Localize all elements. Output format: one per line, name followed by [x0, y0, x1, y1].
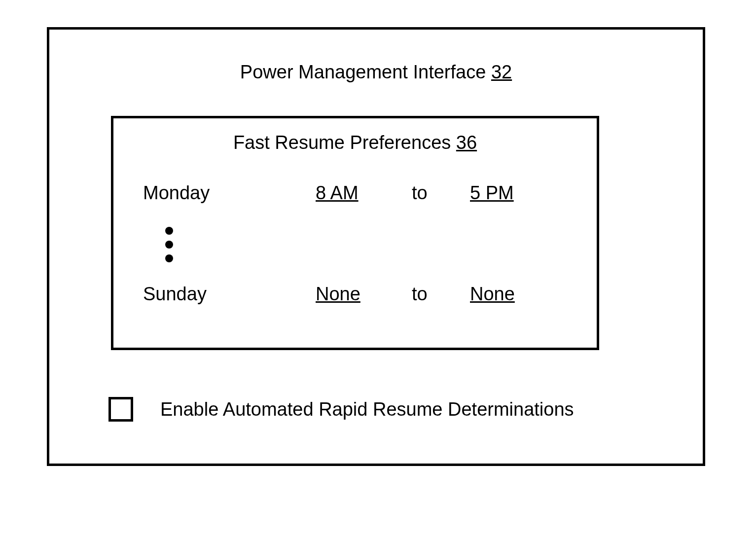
start-time-field[interactable]: 8 AM	[316, 182, 359, 204]
schedule-row: Sunday None to None	[113, 284, 597, 308]
enable-automated-checkbox-row: Enable Automated Rapid Resume Determinat…	[108, 397, 574, 422]
end-time-field[interactable]: None	[470, 284, 515, 305]
to-label: to	[412, 182, 428, 204]
preferences-title-text: Fast Resume Preferences	[233, 132, 451, 153]
preferences-title: Fast Resume Preferences 36	[113, 132, 597, 153]
day-label: Sunday	[143, 284, 207, 305]
panel-title-text: Power Management Interface	[240, 62, 486, 82]
end-time-field[interactable]: 5 PM	[470, 182, 514, 204]
panel-title: Power Management Interface 32	[49, 62, 703, 83]
preferences-title-ref: 36	[456, 132, 477, 153]
start-time-field[interactable]: None	[316, 284, 360, 305]
enable-automated-checkbox-label: Enable Automated Rapid Resume Determinat…	[160, 399, 574, 420]
to-label: to	[412, 284, 428, 305]
vertical-ellipsis-icon	[165, 221, 173, 268]
day-label: Monday	[143, 182, 210, 204]
fast-resume-preferences-box: Fast Resume Preferences 36 Monday 8 AM t…	[111, 116, 599, 350]
enable-automated-checkbox[interactable]	[108, 397, 133, 422]
schedule-row: Monday 8 AM to 5 PM	[113, 182, 597, 207]
panel-title-ref: 32	[491, 62, 512, 82]
power-management-interface-panel: Power Management Interface 32 Fast Resum…	[47, 27, 705, 466]
